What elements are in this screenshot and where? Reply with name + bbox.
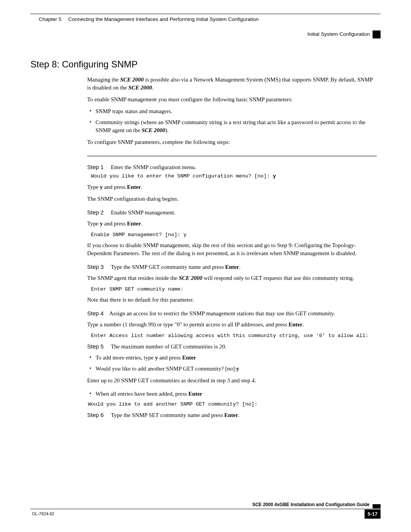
text: .: [303, 321, 304, 328]
footer-bottom-row: OL-7824-02 5-17: [30, 509, 381, 519]
step-5-bullets-2: When all entries have been added, press …: [87, 390, 377, 398]
horizontal-divider: [87, 155, 377, 157]
code-block: Enter Access list number allowing access…: [91, 332, 377, 339]
text: Community strings (where an SNMP communi…: [96, 119, 365, 133]
step-label: Step 5: [87, 342, 109, 350]
step-label: Step 1: [87, 163, 109, 171]
intro-paragraph-1: Managing the SCE 2000 is possible also v…: [87, 76, 377, 92]
content-area: Managing the SCE 2000 is possible also v…: [87, 76, 377, 419]
text: Type the SNMP GET community name and pre…: [111, 264, 225, 270]
text: Type a number (1 through 99) or type "0"…: [87, 321, 288, 328]
product-name: SCE 2000: [120, 77, 144, 83]
step-2-heading: Step 2 Enable SNMP management.: [87, 208, 377, 217]
key: Enter: [182, 355, 196, 361]
key: Enter: [127, 184, 141, 190]
step-label: Step 3: [87, 263, 109, 271]
header-black-bar: [373, 30, 381, 38]
list-item: Would you like to add another SNMP GET c…: [87, 365, 377, 373]
step-4-p1: Type a number (1 through 99) or type "0"…: [87, 321, 377, 329]
intro-paragraph-3: To configure SNMP parameters, complete t…: [87, 138, 377, 146]
step-3-heading: Step 3 Type the SNMP GET community name …: [87, 263, 377, 271]
list-item: To add more entries, type y and press En…: [87, 354, 377, 362]
code-block: Would you like to add another SNMP GET c…: [88, 401, 377, 408]
footer-guide-title: SCE 2000 4xGBE Installation and Configur…: [252, 502, 370, 508]
step-title: Type the SNMP GET community name and pre…: [111, 264, 241, 270]
step-title: Assign an access list to restrict the SN…: [109, 310, 335, 318]
step-label: Step 2: [87, 208, 109, 216]
key: Enter: [225, 264, 239, 270]
key: y: [100, 184, 103, 190]
section-label: Initial System Configuration: [30, 31, 370, 38]
key: Enter: [224, 412, 238, 418]
product-name: SCE 2000: [142, 127, 165, 133]
text: and press: [103, 220, 127, 227]
footer-top-row: SCE 2000 4xGBE Installation and Configur…: [30, 502, 381, 509]
text: .: [239, 264, 241, 270]
text: .: [141, 220, 142, 227]
text: Type: [87, 220, 100, 227]
step-5-p1: Enter up to 20 SNMP GET communities as d…: [87, 377, 377, 385]
document-page: Chapter 5 Connecting the Management Inte…: [0, 0, 411, 532]
key: Enter: [127, 220, 141, 227]
text: will respond only to GET requests that u…: [202, 275, 354, 281]
code-block: Enter SNMP GET community name:: [91, 286, 377, 293]
code-block: Would you like to enter the SNMP configu…: [91, 173, 377, 180]
key: Enter: [288, 321, 303, 328]
step-title: The maximum number of GET communities is…: [111, 343, 226, 350]
key: Enter: [188, 391, 202, 397]
text: When all entries have been added, press: [96, 391, 188, 397]
step-6-heading: Step 6 Type the SNMP SET community name …: [87, 411, 377, 419]
text: and press: [103, 184, 127, 190]
step-1-p1: Type y and press Enter.: [87, 183, 377, 191]
list-item: Community strings (where an SNMP communi…: [87, 118, 377, 134]
step-5-bullets-1: To add more entries, type y and press En…: [87, 354, 377, 373]
footer-page-number: 5-17: [365, 510, 381, 519]
text: Managing the: [87, 77, 120, 83]
intro-paragraph-2: To enable SNMP management you must confi…: [87, 96, 377, 104]
step-title: Type the SNMP SET community name and pre…: [111, 412, 240, 418]
text: .: [141, 184, 142, 190]
step-3-p1: The SNMP agent that resides inside the S…: [87, 274, 377, 282]
text: ).: [165, 127, 169, 133]
key: y: [100, 220, 103, 227]
footer-doc-number: OL-7824-02: [32, 511, 54, 517]
page-header: Chapter 5 Connecting the Management Inte…: [30, 14, 381, 23]
list-item: When all entries have been added, press …: [87, 390, 377, 398]
step-title: Enable SNMP management.: [111, 209, 175, 216]
text: Would you like to add another SNMP GET c…: [96, 366, 236, 372]
footer-page-wrap: 5-17: [365, 510, 381, 519]
text: The SNMP agent that resides inside the: [87, 275, 179, 281]
footer-black-bar-top: [373, 504, 381, 508]
code-text: Would you like to enter the SNMP configu…: [91, 173, 273, 179]
main-heading: Step 8: Configuring SNMP: [30, 58, 381, 71]
step-title: Enter the SNMP configuration menu.: [111, 164, 196, 170]
code-bold: y: [273, 173, 276, 179]
step-5-heading: Step 5 The maximum number of GET communi…: [87, 342, 377, 351]
step-4-heading: Step 4 Assign an access list to restrict…: [87, 309, 377, 318]
text: .: [238, 412, 240, 418]
text: Type the SNMP SET community name and pre…: [111, 412, 224, 418]
step-1-heading: Step 1 Enter the SNMP configuration menu…: [87, 163, 377, 171]
chapter-header-line: Chapter 5 Connecting the Management Inte…: [30, 16, 381, 23]
step-2-p2: If you choose to disable SNMP management…: [87, 241, 377, 257]
product-name: SCE 2000: [179, 275, 202, 281]
text: To add more entries, type: [96, 355, 155, 361]
text: .: [152, 85, 153, 91]
step-3-p2: Note that there is no default for this p…: [87, 296, 377, 304]
step-1-p2: The SNMP configuration dialog begins.: [87, 195, 377, 203]
step-label: Step 4: [87, 309, 109, 317]
text: Type: [87, 184, 100, 190]
key: y: [236, 366, 239, 372]
chapter-label: Chapter 5: [39, 16, 61, 23]
code-block: Enable SNMP management? [no]: y: [91, 232, 377, 238]
intro-bullet-list: SNMP traps status and managers. Communit…: [87, 107, 377, 134]
step-2-p1: Type y and press Enter.: [87, 220, 377, 228]
page-footer: SCE 2000 4xGBE Installation and Configur…: [30, 502, 381, 519]
product-name: SCE 2000: [128, 85, 152, 91]
list-item: SNMP traps status and managers.: [87, 107, 377, 115]
chapter-title: Connecting the Management Interfaces and…: [68, 16, 259, 23]
step-label: Step 6: [87, 411, 109, 419]
key: y: [155, 355, 158, 361]
text: and press: [158, 355, 182, 361]
